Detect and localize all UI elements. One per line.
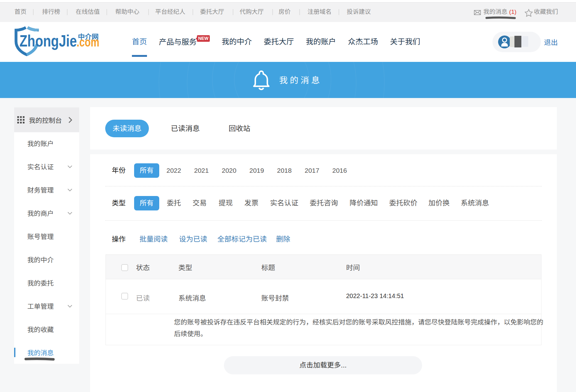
svg-text:.com: .com	[77, 35, 99, 49]
svg-text:ZhongJie: ZhongJie	[19, 32, 77, 50]
